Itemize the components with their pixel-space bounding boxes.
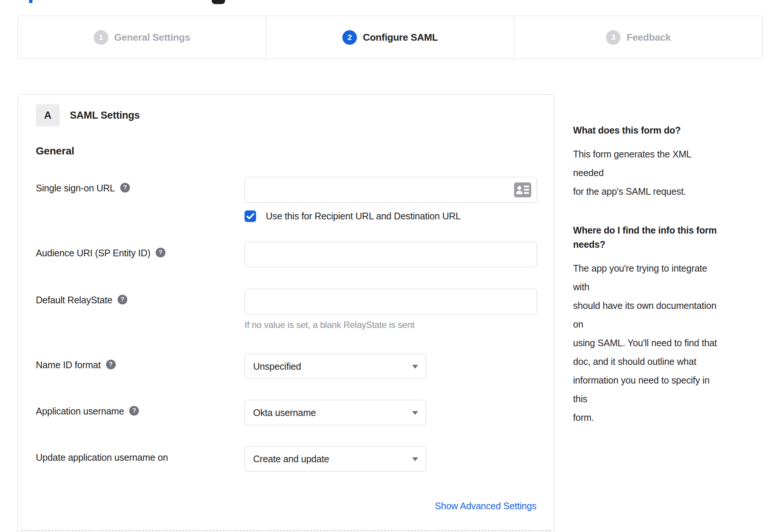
general-group-title: General xyxy=(36,145,536,157)
step-3-label: Feedback xyxy=(626,32,670,43)
relaystate-helper-text: If no value is set, a blank RelayState i… xyxy=(245,320,537,330)
saml-settings-card: A SAML Settings General Single sign-on U… xyxy=(18,94,554,532)
chevron-down-icon xyxy=(412,365,418,369)
field-row-default-relaystate: Default RelayState If no value is set, a… xyxy=(36,289,536,330)
step-1-label: General Settings xyxy=(114,32,190,43)
help-icon[interactable] xyxy=(120,183,130,193)
step-configure-saml[interactable]: 2 Configure SAML xyxy=(266,16,514,59)
help-body-what: This form generates the XML needed for t… xyxy=(573,145,719,201)
field-label: Default RelayState xyxy=(36,289,245,330)
application-username-select[interactable]: Okta username xyxy=(245,400,426,425)
section-a-badge: A xyxy=(36,104,60,126)
audience-uri-label: Audience URI (SP Entity ID) xyxy=(36,248,150,258)
help-section-where: Where do I find the info this form needs… xyxy=(573,223,719,427)
field-control xyxy=(245,242,537,267)
field-row-application-username: Application username Okta username xyxy=(36,400,536,425)
field-control: Use this for Recipient URL and Destinati… xyxy=(245,177,537,222)
recipient-url-checkbox-row: Use this for Recipient URL and Destinati… xyxy=(245,210,537,222)
name-id-format-select[interactable]: Unspecified xyxy=(245,354,426,379)
wizard-stepper: 1 General Settings 2 Configure SAML 3 Fe… xyxy=(18,16,763,59)
help-body-where: The app you're trying to integrate with … xyxy=(573,259,719,427)
application-username-value: Okta username xyxy=(253,407,316,418)
field-row-update-app-username: Update application username on Create an… xyxy=(36,446,536,472)
field-label: Name ID format xyxy=(36,354,245,379)
use-for-recipient-url-label: Use this for Recipient URL and Destinati… xyxy=(266,211,461,222)
help-sidebar: What does this form do? This form genera… xyxy=(573,123,719,427)
field-label: Update application username on xyxy=(36,446,245,472)
single-sign-on-url-input-wrap xyxy=(245,177,537,203)
field-control: Okta username xyxy=(245,400,536,425)
saml-setup-wizard: 1 General Settings 2 Configure SAML 3 Fe… xyxy=(0,0,781,532)
show-advanced-settings-link[interactable]: Show Advanced Settings xyxy=(435,501,536,511)
help-heading-what: What does this form do? xyxy=(573,123,719,137)
name-id-format-label: Name ID format xyxy=(36,360,101,370)
card-header: A SAML Settings xyxy=(36,104,536,126)
card-title: SAML Settings xyxy=(70,110,140,121)
name-id-format-value: Unspecified xyxy=(253,361,301,372)
field-row-audience-uri: Audience URI (SP Entity ID) xyxy=(36,242,536,267)
step-general-settings[interactable]: 1 General Settings xyxy=(18,16,266,59)
help-icon[interactable] xyxy=(106,360,116,369)
clipped-logo-fragment xyxy=(212,0,225,4)
field-label: Single sign-on URL xyxy=(36,177,245,222)
audience-uri-input[interactable] xyxy=(245,242,537,267)
application-username-label: Application username xyxy=(36,406,124,416)
step-2-number-badge: 2 xyxy=(342,30,357,45)
help-icon[interactable] xyxy=(118,295,127,304)
help-heading-where: Where do I find the info this form needs… xyxy=(573,223,719,251)
field-label: Application username xyxy=(36,400,245,425)
update-app-username-value: Create and update xyxy=(253,454,329,464)
advanced-settings-row: Show Advanced Settings xyxy=(36,501,536,511)
step-feedback[interactable]: 3 Feedback xyxy=(514,16,762,59)
section-divider xyxy=(21,530,551,531)
single-sign-on-url-input[interactable] xyxy=(245,177,537,203)
default-relaystate-input-wrap xyxy=(245,289,537,314)
field-label: Audience URI (SP Entity ID) xyxy=(36,242,245,267)
default-relaystate-input[interactable] xyxy=(245,289,537,314)
audience-uri-input-wrap xyxy=(245,242,537,267)
checkmark-icon xyxy=(246,213,254,219)
chevron-down-icon xyxy=(412,411,418,415)
field-control: Unspecified xyxy=(245,354,536,379)
contact-card-icon[interactable] xyxy=(514,182,531,197)
step-1-number-badge: 1 xyxy=(94,30,108,45)
step-2-label: Configure SAML xyxy=(363,32,438,43)
single-sign-on-url-label: Single sign-on URL xyxy=(36,183,115,193)
help-icon[interactable] xyxy=(129,406,139,416)
step-3-number-badge: 3 xyxy=(606,30,620,45)
chevron-down-icon xyxy=(412,457,418,461)
help-icon[interactable] xyxy=(156,248,165,257)
clipped-title-fragment-blue xyxy=(29,0,32,3)
help-section-what: What does this form do? This form genera… xyxy=(573,123,719,201)
field-control: Create and update xyxy=(245,446,536,472)
field-row-single-sign-on-url: Single sign-on URL xyxy=(36,177,536,222)
default-relaystate-label: Default RelayState xyxy=(36,295,112,305)
update-app-username-select[interactable]: Create and update xyxy=(245,446,426,472)
use-for-recipient-url-checkbox[interactable] xyxy=(245,210,256,222)
field-row-name-id-format: Name ID format Unspecified xyxy=(36,354,536,379)
update-app-username-label: Update application username on xyxy=(36,452,168,463)
field-control: If no value is set, a blank RelayState i… xyxy=(245,289,537,330)
